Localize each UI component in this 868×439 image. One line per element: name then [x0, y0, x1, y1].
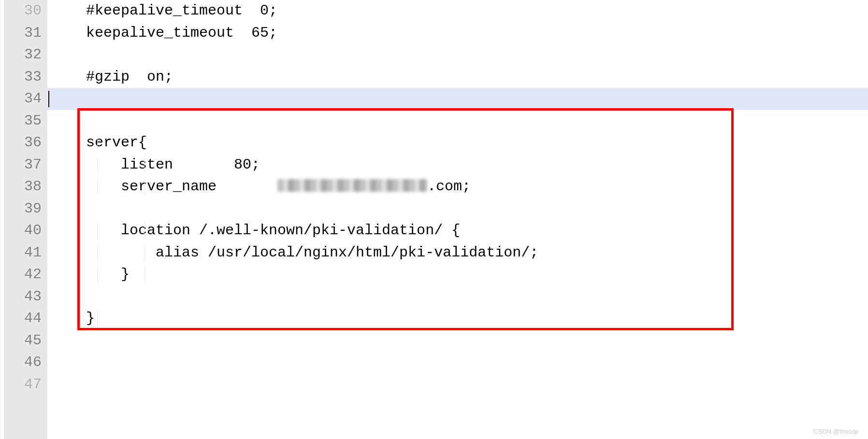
code-text: location /.well-known/pki-validation/ {	[51, 222, 460, 239]
code-line[interactable]: #gzip on;	[47, 66, 868, 88]
line-number-gutter: 30 31 32 33 34 35 36 37 38 39 40 41 42 4…	[4, 0, 47, 439]
code-line[interactable]: }	[47, 308, 868, 330]
line-number: 40	[4, 220, 42, 242]
code-line[interactable]: server{	[47, 132, 868, 154]
code-text: server{	[51, 134, 147, 151]
code-editor: 30 31 32 33 34 35 36 37 38 39 40 41 42 4…	[0, 0, 868, 439]
left-margin	[0, 0, 4, 439]
code-line[interactable]: server_name .com;	[47, 176, 868, 198]
line-number: 42	[4, 264, 42, 286]
code-line[interactable]: listen 80;	[47, 154, 868, 176]
line-number: 39	[4, 198, 42, 220]
line-number: 32	[4, 44, 42, 66]
code-line[interactable]	[47, 286, 868, 308]
watermark-text: CSDN @thosdp	[813, 428, 858, 435]
line-number: 34	[4, 88, 42, 110]
code-line-current[interactable]	[47, 88, 868, 110]
code-line[interactable]	[47, 352, 868, 374]
line-number: 38	[4, 176, 42, 198]
line-number: 44	[4, 308, 42, 330]
code-line[interactable]: location /.well-known/pki-validation/ {	[47, 220, 868, 242]
line-number: 46	[4, 352, 42, 374]
code-line[interactable]: #keepalive_timeout 0;	[47, 0, 868, 22]
line-number: 43	[4, 286, 42, 308]
code-text: .com;	[427, 178, 471, 195]
code-line[interactable]: }	[47, 264, 868, 286]
line-number: 37	[4, 154, 42, 176]
code-line[interactable]	[47, 198, 868, 220]
line-number: 31	[4, 22, 42, 44]
line-number: 45	[4, 330, 42, 352]
code-text: }	[51, 266, 130, 283]
line-number: 47	[4, 374, 42, 396]
redacted-domain	[277, 179, 427, 192]
line-number: 41	[4, 242, 42, 264]
code-line[interactable]	[47, 110, 868, 132]
code-text: alias /usr/local/nginx/html/pki-validati…	[51, 244, 538, 261]
code-text: }	[51, 310, 95, 326]
code-line[interactable]: keepalive_timeout 65;	[47, 22, 868, 44]
line-number: 35	[4, 110, 42, 132]
code-line[interactable]: alias /usr/local/nginx/html/pki-validati…	[47, 242, 868, 264]
code-text: server_name	[51, 178, 277, 195]
code-text: listen 80;	[51, 156, 260, 173]
code-line[interactable]	[47, 374, 868, 396]
code-line[interactable]	[47, 330, 868, 352]
code-line[interactable]	[47, 44, 868, 66]
line-number: 30	[4, 0, 42, 22]
code-content[interactable]: #keepalive_timeout 0; keepalive_timeout …	[47, 0, 868, 439]
line-number: 33	[4, 66, 42, 88]
line-number: 36	[4, 132, 42, 154]
